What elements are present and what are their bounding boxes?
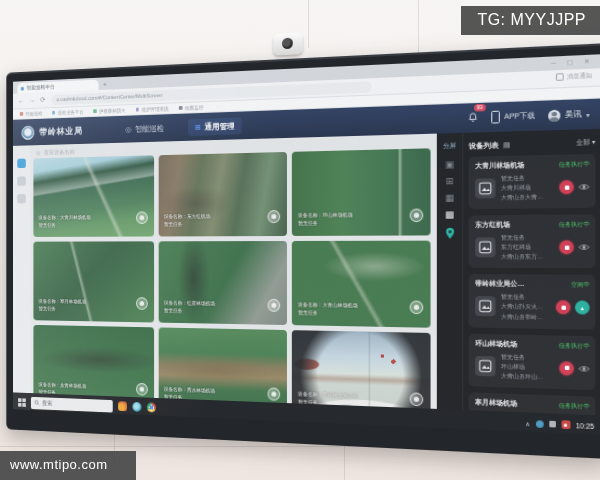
nav-smart-inspection[interactable]: ◎ 智能巡检 <box>125 123 164 135</box>
search-placeholder: 搜索设备名称 <box>44 148 75 157</box>
video-tile[interactable]: 设备名称：秀水林场机场暂无任务 <box>158 327 287 408</box>
tile-task: 暂无任务 <box>298 309 358 318</box>
browser-nav-buttons[interactable]: ← → ⟳ <box>18 96 47 105</box>
record-button[interactable] <box>559 241 574 255</box>
search-icon <box>34 400 39 406</box>
video-tile[interactable]: 设备名称：大青山林场机场暂无任务 <box>292 241 430 328</box>
device-panel: 分屏 ▣ ⊞ ▦ ▩ 设备列表 ▤ 全部 ▾ <box>437 129 600 415</box>
bookmark-item[interactable]: 智能巡检 <box>20 110 43 116</box>
video-tile[interactable]: 设备名称：环山林场机场暂无任务 <box>292 148 430 236</box>
left-tool-active[interactable] <box>17 159 25 169</box>
wall-seam <box>308 0 309 48</box>
device-title: 寒月林场机场 <box>475 398 517 409</box>
new-tab-button[interactable]: + <box>103 79 107 90</box>
app-download-button[interactable]: APP下载 <box>491 109 535 123</box>
window-controls[interactable]: ─ ▢ ✕ <box>551 57 594 66</box>
record-button[interactable] <box>559 361 574 375</box>
notification-toggle[interactable]: 消息通知 <box>556 72 592 81</box>
device-status: 任务执行中 <box>559 342 590 350</box>
eye-icon[interactable] <box>578 183 589 191</box>
bookmark-item[interactable]: 巡检业务平台 <box>52 109 84 116</box>
content-area: 搜索设备名称 设备名称：大青川林场机场暂无任务 设备名称：东方红机场暂无任务 设… <box>13 129 600 415</box>
taskbar-search[interactable]: 搜索 <box>31 396 113 412</box>
tile-camera-button[interactable] <box>410 301 424 315</box>
video-tile[interactable]: 设备名称：红星林场机场暂无任务 <box>158 241 287 325</box>
tile-camera-button[interactable] <box>268 210 281 223</box>
start-button-icon[interactable] <box>18 398 26 407</box>
device-thumbnail-icon <box>475 297 495 317</box>
list-view-icon[interactable]: ▤ <box>503 140 510 149</box>
device-status: 空闲中 <box>571 281 590 289</box>
video-tile[interactable]: 设备名称：东方红机场暂无任务 <box>158 152 287 237</box>
split-9-icon[interactable]: ▦ <box>445 194 454 203</box>
launch-button[interactable]: ▲ <box>575 301 590 315</box>
tray-chevron-icon[interactable]: ∧ <box>525 419 530 427</box>
tile-camera-button[interactable] <box>136 211 148 224</box>
app-icon-chrome[interactable] <box>147 402 156 412</box>
app-icon-edge[interactable] <box>132 402 141 412</box>
checkbox-icon <box>556 73 564 81</box>
tray-alert-icon[interactable] <box>561 420 570 429</box>
taskbar-search-label: 搜索 <box>42 399 52 408</box>
split-16-icon[interactable]: ▩ <box>445 210 454 219</box>
notifications-button[interactable]: 99 <box>468 108 479 127</box>
filter-all-dropdown[interactable]: 全部 ▾ <box>576 138 595 148</box>
nav-general-management[interactable]: ⊞ 通用管理 <box>188 117 241 135</box>
tile-task: 暂无任务 <box>164 220 210 228</box>
record-button[interactable] <box>556 301 571 315</box>
watermark-top-right: TG: MYYJJPP <box>461 6 600 35</box>
video-tile[interactable]: 设备名称：寒月林场机场暂无任务 <box>33 241 153 322</box>
phone-icon <box>491 111 500 124</box>
screen: 智能巡检平台 + ─ ▢ ✕ ← → ⟳ a.uavlinkcloud.com/… <box>13 54 600 435</box>
device-line: 大青山县带岭… <box>501 312 550 322</box>
device-card[interactable]: 大青川林场机场任务执行中 暂无任务大青川林场大青山县大青… <box>469 154 596 209</box>
avatar <box>548 109 560 121</box>
tile-camera-button[interactable] <box>136 383 148 396</box>
device-card[interactable]: 带岭林业局公…空闲中 暂无任务大青山扑灭火…大青山县带岭… ▲ <box>469 274 596 329</box>
video-tile-dock-fisheye[interactable]: 设备名称：带岭林业局公司暂无任务 <box>292 330 430 409</box>
tile-camera-button[interactable] <box>268 299 281 312</box>
device-status: 任务执行中 <box>559 402 590 411</box>
bookmark-item[interactable]: 巡护管理系统 <box>136 105 169 112</box>
device-title: 带岭林业局公… <box>475 280 524 290</box>
system-tray: ∧ 10:25 <box>525 419 594 430</box>
tile-camera-button[interactable] <box>410 392 424 406</box>
split-1-icon[interactable]: ▣ <box>445 160 454 170</box>
tile-camera-button[interactable] <box>268 387 281 400</box>
device-line: 大青山县大青… <box>501 192 554 202</box>
bookmark-favicon-icon <box>20 112 23 115</box>
left-tool[interactable] <box>17 194 25 203</box>
tile-task: 暂无任务 <box>164 307 215 315</box>
device-line: 暂无任务 <box>501 293 550 303</box>
bell-icon <box>468 111 479 123</box>
photo-of-monitor: { "watermark": { "top_right": "TG: MYYJJ… <box>0 0 600 480</box>
record-button[interactable] <box>559 180 574 194</box>
tray-network-icon[interactable] <box>536 420 544 428</box>
tile-camera-button[interactable] <box>136 297 148 310</box>
video-wall: 搜索设备名称 设备名称：大青川林场机场暂无任务 设备名称：东方红机场暂无任务 设… <box>30 134 437 409</box>
eye-icon[interactable] <box>578 365 589 373</box>
bookmark-favicon-icon <box>93 109 96 112</box>
tray-volume-icon[interactable] <box>549 421 556 428</box>
device-card[interactable]: 环山林场机场任务执行中 暂无任务环山林场大青山县环山… <box>469 333 596 390</box>
app-icon-firefox[interactable] <box>118 401 127 411</box>
device-thumbnail-icon <box>475 356 495 377</box>
device-title: 东方红机场 <box>475 221 510 231</box>
map-pin-icon[interactable] <box>445 227 455 240</box>
device-list: 设备列表 ▤ 全部 ▾ 大青川林场机场任务执行中 暂无任务大青川林场大青山县大青… <box>463 129 600 415</box>
device-line: 大青山扑灭火… <box>501 302 550 312</box>
video-tile[interactable]: 设备名称：大青川林场机场暂无任务 <box>33 155 153 237</box>
left-tool[interactable] <box>17 176 25 185</box>
device-line: 暂无任务 <box>501 233 554 243</box>
device-line: 东方红林场 <box>501 243 554 253</box>
eye-icon[interactable] <box>578 244 589 252</box>
device-title: 大青川林场机场 <box>475 161 524 172</box>
bookmark-item[interactable]: 伊春森林防火 <box>93 107 125 114</box>
device-card[interactable]: 东方红机场任务执行中 暂无任务东方红林场大青山县东方… <box>469 214 596 268</box>
split-4-icon[interactable]: ⊞ <box>446 177 454 187</box>
search-icon <box>36 150 41 156</box>
tile-camera-button[interactable] <box>410 209 424 223</box>
device-status: 任务执行中 <box>559 221 590 229</box>
user-menu[interactable]: 吴讯 ▾ <box>548 108 590 121</box>
bookmark-item[interactable]: 地图监控 <box>179 104 204 111</box>
